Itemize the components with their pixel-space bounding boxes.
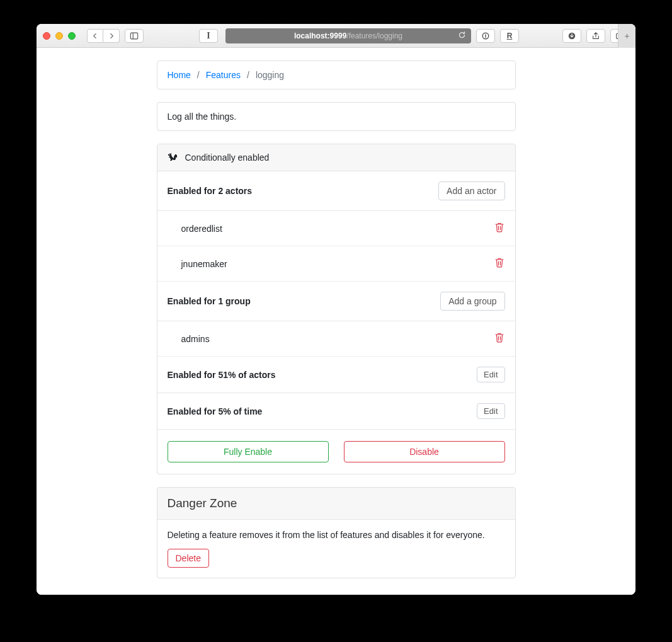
breadcrumb: Home / Features / logging — [157, 60, 516, 89]
delete-group-button[interactable] — [494, 331, 505, 346]
actors-section-header: Enabled for 2 actors Add an actor — [157, 171, 515, 211]
danger-zone-text: Deleting a feature removes it from the l… — [168, 530, 505, 540]
percent-time-title: Enabled for 5% of time — [168, 406, 263, 416]
reload-icon[interactable] — [458, 31, 466, 41]
actor-name: jnunemaker — [181, 259, 227, 269]
percent-actors-title: Enabled for 51% of actors — [168, 370, 276, 380]
delete-actor-button[interactable] — [494, 256, 505, 271]
forward-button[interactable] — [103, 29, 120, 43]
browser-window: I localhost:9999/features/logging R + — [37, 24, 635, 595]
percent-time-section: Enabled for 5% of time Edit — [157, 393, 515, 430]
edit-percent-time-button[interactable]: Edit — [477, 403, 504, 419]
actor-row: jnunemaker — [157, 246, 515, 282]
action-row: Fully Enable Disable — [157, 430, 515, 474]
address-host: localhost:9999 — [294, 32, 346, 40]
back-button[interactable] — [87, 29, 103, 43]
feature-status-card: 🐿 Conditionally enabled Enabled for 2 ac… — [157, 144, 516, 474]
browser-chrome: I localhost:9999/features/logging R + — [37, 24, 635, 48]
status-header: 🐿 Conditionally enabled — [157, 144, 515, 171]
breadcrumb-home[interactable]: Home — [168, 70, 191, 80]
breadcrumb-current: logging — [256, 70, 284, 80]
fully-enable-button[interactable]: Fully Enable — [168, 441, 329, 462]
feature-description: Log all the things. — [157, 102, 516, 131]
groups-section-header: Enabled for 1 group Add a group — [157, 282, 515, 321]
delete-actor-button[interactable] — [494, 221, 505, 236]
svg-rect-0 — [130, 33, 137, 39]
actors-title: Enabled for 2 actors — [168, 186, 253, 196]
delete-feature-button[interactable]: Delete — [168, 549, 209, 568]
window-controls — [43, 32, 76, 40]
trash-icon — [495, 258, 504, 268]
status-emoji-icon: 🐿 — [168, 152, 178, 163]
trash-icon — [495, 222, 504, 232]
percent-actors-section: Enabled for 51% of actors Edit — [157, 357, 515, 393]
group-name: admins — [181, 334, 210, 344]
minimize-window-button[interactable] — [55, 32, 63, 40]
downloads-button[interactable] — [562, 29, 581, 43]
page-content: Home / Features / logging Log all the th… — [37, 48, 635, 595]
address-path: /features/logging — [346, 32, 402, 40]
add-group-button[interactable]: Add a group — [440, 292, 504, 311]
trash-icon — [495, 333, 504, 343]
danger-zone-title: Danger Zone — [157, 488, 515, 520]
actor-row: orderedlist — [157, 211, 515, 246]
groups-title: Enabled for 1 group — [168, 296, 251, 306]
privacy-button[interactable] — [476, 29, 495, 43]
instapaper-button[interactable]: I — [199, 29, 218, 43]
address-bar[interactable]: localhost:9999/features/logging — [225, 28, 471, 43]
actor-name: orderedlist — [181, 224, 222, 234]
group-row: admins — [157, 321, 515, 357]
share-button[interactable] — [586, 29, 605, 43]
edit-percent-actors-button[interactable]: Edit — [477, 367, 504, 382]
feature-description-text: Log all the things. — [168, 112, 237, 122]
danger-zone-card: Danger Zone Deleting a feature removes i… — [157, 487, 516, 578]
status-label: Conditionally enabled — [185, 152, 270, 163]
close-window-button[interactable] — [43, 32, 50, 40]
add-actor-button[interactable]: Add an actor — [438, 181, 504, 200]
new-tab-button[interactable]: + — [618, 24, 635, 48]
reader-button[interactable]: R — [500, 29, 519, 43]
disable-button[interactable]: Disable — [344, 441, 505, 462]
maximize-window-button[interactable] — [68, 32, 76, 40]
breadcrumb-features[interactable]: Features — [206, 70, 241, 80]
sidebar-button[interactable] — [125, 29, 144, 43]
nav-buttons — [87, 29, 120, 43]
